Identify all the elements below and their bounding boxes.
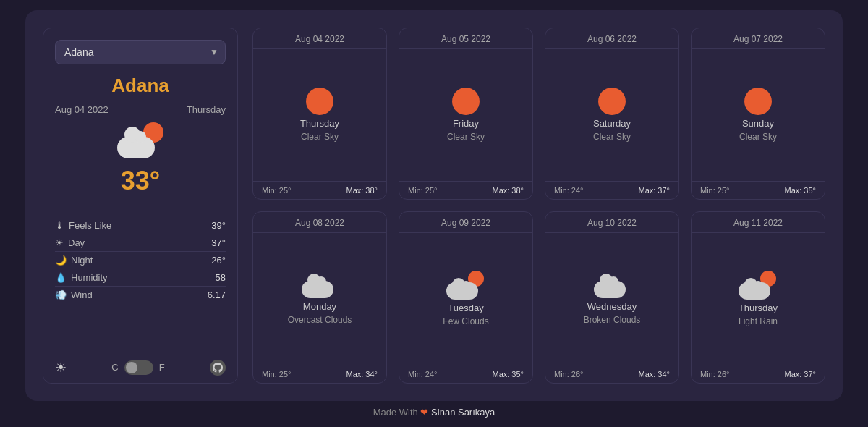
humidity-label: 💧 Humidity [55,272,108,283]
card-date-aug06: Aug 06 2022 [545,28,678,49]
card-desc-aug09: Few Clouds [443,316,488,326]
sun-icon-aug06 [598,88,626,115]
card-desc-aug04: Clear Sky [301,132,339,142]
cloud-icon-aug10 [594,272,630,298]
min-temp-aug04: Min: 25° [262,186,291,195]
day-label: ☀ Day [55,237,85,248]
humidity-value: 58 [216,272,226,283]
main-temperature: 33° [55,166,226,196]
wind-label: 💨 Wind [55,289,93,300]
forecast-row-1: Aug 04 2022 Thursday Clear Sky Min: 25° … [252,28,825,200]
card-body-aug08: Monday Overcast Clouds [282,233,358,365]
detail-feels-like: 🌡 Feels Like 39° [55,217,226,234]
card-day-aug10: Wednesday [587,301,637,312]
left-panel: Adana Istanbul Ankara Izmir ▼ Adana Aug … [43,28,238,384]
card-body-aug11: Thursday Light Rain [733,233,783,365]
min-temp-aug05: Min: 25° [408,186,437,195]
card-desc-aug06: Clear Sky [593,132,631,142]
weather-details: 🌡 Feels Like 39° ☀ Day 37° 🌙 Night [55,208,226,303]
card-footer-aug08: Min: 25° Max: 34° [253,365,386,383]
main-container: Adana Istanbul Ankara Izmir ▼ Adana Aug … [25,10,843,401]
min-temp-aug11: Min: 26° [700,370,729,379]
detail-wind: 💨 Wind 6.17 [55,287,226,303]
city-select-wrapper: Adana Istanbul Ankara Izmir ▼ [55,40,226,64]
page-footer: Made With ❤ Sinan Sarıkaya [373,407,495,418]
sun-icon-aug07 [744,88,772,115]
card-date-aug04: Aug 04 2022 [253,28,386,49]
main-weather-icon [55,122,226,158]
card-desc-aug07: Clear Sky [739,132,777,142]
max-temp-aug11: Max: 37° [784,370,816,379]
forecast-row-2: Aug 08 2022 Monday Overcast Clouds Min: … [252,211,825,384]
min-temp-aug07: Min: 25° [700,186,729,195]
cloud-icon-aug08 [302,272,338,298]
card-desc-aug05: Clear Sky [447,132,485,142]
card-day-aug08: Monday [303,301,336,312]
card-desc-aug11: Light Rain [739,316,778,326]
unit-toggle-switch[interactable] [124,360,153,375]
cloud-shape [117,137,155,158]
min-temp-aug08: Min: 25° [262,370,291,379]
feels-like-label: 🌡 Feels Like [55,220,111,231]
few-clouds-icon-aug11 [739,271,778,300]
heart-icon: ❤ [420,407,431,418]
temperature-toggle: C F [111,360,164,375]
current-date: Aug 04 2022 [55,104,109,115]
card-body-aug05: Friday Clear Sky [441,49,490,181]
card-footer-aug04: Min: 25° Max: 38° [253,181,386,199]
max-temp-aug07: Max: 35° [784,186,816,195]
max-temp-aug05: Max: 38° [492,186,524,195]
forecast-card-aug06: Aug 06 2022 Saturday Clear Sky Min: 24° … [545,28,679,200]
card-desc-aug08: Overcast Clouds [288,315,352,325]
right-panel: Aug 04 2022 Thursday Clear Sky Min: 25° … [252,28,825,384]
forecast-card-aug09: Aug 09 2022 Tuesday Few Clouds Min: 24° … [399,211,533,384]
max-temp-aug10: Max: 34° [638,370,670,379]
feels-like-value: 39° [211,220,226,231]
card-day-aug09: Tuesday [448,303,483,313]
card-day-aug05: Friday [453,118,479,129]
github-icon[interactable] [210,360,226,376]
card-date-aug11: Aug 11 2022 [692,212,825,233]
city-name: Adana [55,75,226,97]
card-footer-aug10: Min: 26° Max: 34° [545,365,678,383]
detail-night: 🌙 Night 26° [55,252,226,269]
card-day-aug07: Sunday [742,118,774,129]
footer-text: Made With [373,407,418,418]
sun-icon-aug04 [306,88,333,115]
card-footer-aug09: Min: 24° Max: 35° [399,365,532,383]
min-temp-aug09: Min: 24° [408,370,437,379]
celsius-label: C [111,362,118,373]
card-day-aug11: Thursday [739,303,778,313]
max-temp-aug08: Max: 34° [346,370,378,379]
forecast-card-aug07: Aug 07 2022 Sunday Clear Sky Min: 25° Ma… [691,28,825,200]
current-day: Thursday [187,104,226,115]
date-row: Aug 04 2022 Thursday [55,104,226,115]
forecast-card-aug04: Aug 04 2022 Thursday Clear Sky Min: 25° … [252,28,387,200]
card-body-aug10: Wednesday Broken Clouds [578,233,647,365]
night-label: 🌙 Night [55,255,93,266]
wind-icon: 💨 [55,289,67,300]
sun-icon: ☀ [55,237,64,248]
droplet-icon: 💧 [55,272,67,283]
cloud-sun-icon [117,122,163,158]
max-temp-aug09: Max: 35° [492,370,524,379]
card-desc-aug10: Broken Clouds [584,315,641,325]
detail-day: ☀ Day 37° [55,234,226,252]
brightness-icon: ☀ [55,360,67,376]
city-select[interactable]: Adana Istanbul Ankara Izmir [55,40,226,64]
card-day-aug04: Thursday [300,118,339,129]
card-footer-aug11: Min: 26° Max: 37° [692,365,825,383]
wind-value: 6.17 [208,289,226,300]
left-footer: ☀ C F [43,352,237,383]
card-body-aug07: Sunday Clear Sky [733,49,783,181]
card-footer-aug05: Min: 25° Max: 38° [399,181,532,199]
min-temp-aug10: Min: 26° [554,370,583,379]
detail-humidity: 💧 Humidity 58 [55,269,226,287]
max-temp-aug06: Max: 37° [638,186,670,195]
card-body-aug04: Thursday Clear Sky [294,49,345,181]
forecast-card-aug11: Aug 11 2022 Thursday Light Rain Min: 26°… [691,211,825,384]
card-date-aug10: Aug 10 2022 [545,212,678,233]
card-footer-aug06: Min: 24° Max: 37° [545,181,678,199]
card-date-aug09: Aug 09 2022 [399,212,532,233]
night-value: 26° [211,255,226,266]
